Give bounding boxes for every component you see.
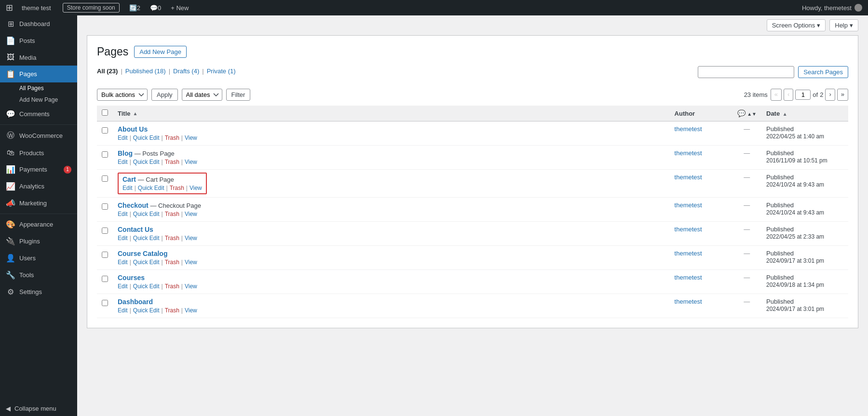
quick-edit-link[interactable]: Quick Edit [133, 307, 160, 314]
comments-header[interactable]: 💬 ▲▼ [732, 106, 761, 121]
quick-edit-link[interactable]: Quick Edit [133, 283, 160, 290]
row-checkbox[interactable] [102, 252, 108, 258]
quick-edit-link[interactable]: Quick Edit [133, 159, 160, 165]
view-link[interactable]: View [185, 235, 197, 242]
quick-edit-link[interactable]: Quick Edit [133, 259, 160, 266]
row-checkbox[interactable] [102, 228, 108, 234]
row-checkbox[interactable] [102, 300, 108, 306]
view-link[interactable]: View [185, 307, 197, 314]
filter-all[interactable]: All (23) [97, 67, 118, 75]
view-link[interactable]: View [185, 211, 197, 217]
page-title-link[interactable]: Blog [118, 149, 133, 157]
view-link[interactable]: View [185, 283, 197, 290]
row-checkbox[interactable] [102, 175, 108, 182]
author-link[interactable]: themetest [675, 201, 702, 209]
author-link[interactable]: themetest [675, 274, 702, 281]
sidebar-item-dashboard[interactable]: ⊞ Dashboard [0, 15, 77, 32]
filter-drafts[interactable]: Drafts (4) [173, 67, 199, 75]
author-link[interactable]: themetest [675, 250, 702, 257]
quick-edit-link[interactable]: Quick Edit [133, 235, 160, 242]
edit-link[interactable]: Edit [118, 283, 128, 290]
wp-logo-icon[interactable]: ⊞ [6, 2, 13, 13]
author-link[interactable]: themetest [675, 174, 702, 181]
prev-page-button[interactable]: ‹ [784, 89, 793, 100]
adminbar-store-badge[interactable]: Store coming soon [56, 0, 124, 15]
row-checkbox[interactable] [102, 151, 108, 158]
edit-link[interactable]: Edit [122, 185, 133, 191]
page-title-link[interactable]: Checkout [118, 201, 149, 209]
trash-link[interactable]: Trash [165, 134, 179, 141]
edit-link[interactable]: Edit [118, 259, 128, 266]
trash-link[interactable]: Trash [165, 283, 179, 290]
page-title-link[interactable]: About Us [118, 125, 148, 133]
adminbar-howdy[interactable]: Howdy, themetest [802, 4, 852, 12]
author-link[interactable]: themetest [675, 149, 702, 157]
title-header[interactable]: Title ▲ [113, 106, 670, 121]
screen-options-button[interactable]: Screen Options ▾ [767, 19, 826, 31]
collapse-menu-button[interactable]: ◀ Collapse menu [0, 401, 77, 416]
adminbar-comments[interactable]: 💬 0 [145, 0, 166, 15]
edit-link[interactable]: Edit [118, 307, 128, 314]
search-input[interactable] [698, 66, 794, 78]
trash-link[interactable]: Trash [165, 307, 179, 314]
page-title-link[interactable]: Dashboard [118, 298, 153, 306]
adminbar-new[interactable]: + New [166, 0, 193, 15]
view-link[interactable]: View [190, 185, 202, 191]
sidebar-item-products[interactable]: 🛍 Products [0, 145, 77, 161]
quick-edit-link[interactable]: Quick Edit [133, 134, 160, 141]
bulk-actions-select[interactable]: Bulk actions [97, 89, 148, 101]
page-title-link[interactable]: Cart [122, 175, 136, 183]
last-page-button[interactable]: » [837, 89, 848, 100]
page-title-link[interactable]: Course Catalog [118, 250, 167, 257]
title-sort-link[interactable]: Title ▲ [118, 110, 137, 117]
apply-button[interactable]: Apply [151, 89, 178, 101]
sidebar-item-settings[interactable]: ⚙ Settings [0, 283, 77, 300]
filter-button[interactable]: Filter [226, 89, 251, 101]
view-link[interactable]: View [185, 159, 197, 165]
author-link[interactable]: themetest [675, 226, 702, 233]
sidebar-item-media[interactable]: 🖼 Media [0, 49, 77, 66]
sidebar-item-users[interactable]: 👤 Users [0, 250, 77, 267]
author-link[interactable]: themetest [675, 125, 702, 133]
sidebar-subitem-add-new-page[interactable]: Add New Page [0, 94, 77, 106]
sidebar-item-woocommerce[interactable]: Ⓦ WooCommerce [0, 127, 77, 145]
row-checkbox[interactable] [102, 276, 108, 282]
quick-edit-link[interactable]: Quick Edit [138, 185, 164, 191]
adminbar-site-name[interactable]: theme test [17, 0, 56, 15]
date-header[interactable]: Date ▲ [761, 106, 848, 121]
page-title-link[interactable]: Contact Us [118, 226, 153, 233]
current-page-input[interactable] [795, 90, 811, 100]
quick-edit-link[interactable]: Quick Edit [133, 211, 160, 217]
trash-link[interactable]: Trash [170, 185, 184, 191]
sidebar-item-plugins[interactable]: 🔌 Plugins [0, 233, 77, 250]
edit-link[interactable]: Edit [118, 134, 128, 141]
search-pages-button[interactable]: Search Pages [798, 66, 848, 78]
edit-link[interactable]: Edit [118, 235, 128, 242]
sidebar-item-tools[interactable]: 🔧 Tools [0, 267, 77, 283]
trash-link[interactable]: Trash [165, 259, 179, 266]
sidebar-item-posts[interactable]: 📄 Posts [0, 32, 77, 49]
next-page-button[interactable]: › [825, 89, 835, 100]
sidebar-item-comments[interactable]: 💬 Comments [0, 106, 77, 122]
sidebar-item-pages[interactable]: 📋 Pages [0, 66, 77, 82]
first-page-button[interactable]: « [771, 89, 782, 100]
help-button[interactable]: Help ▾ [829, 19, 858, 31]
view-link[interactable]: View [185, 259, 197, 266]
trash-link[interactable]: Trash [165, 159, 179, 165]
edit-link[interactable]: Edit [118, 211, 128, 217]
dates-filter-select[interactable]: All dates [182, 89, 222, 101]
sidebar-item-analytics[interactable]: 📈 Analytics [0, 178, 77, 195]
adminbar-updates[interactable]: 🔄 2 [124, 0, 145, 15]
sidebar-item-marketing[interactable]: 📣 Marketing [0, 195, 77, 212]
row-checkbox[interactable] [102, 203, 108, 210]
sidebar-subitem-all-pages[interactable]: All Pages [0, 82, 77, 94]
author-link[interactable]: themetest [675, 298, 702, 305]
select-all-checkbox[interactable] [102, 109, 108, 116]
trash-link[interactable]: Trash [165, 235, 179, 242]
add-new-page-button[interactable]: Add New Page [134, 46, 187, 58]
trash-link[interactable]: Trash [165, 211, 179, 217]
page-title-link[interactable]: Courses [118, 274, 145, 282]
sidebar-item-appearance[interactable]: 🎨 Appearance [0, 216, 77, 233]
sidebar-item-payments[interactable]: 📊 Payments 1 [0, 161, 77, 178]
row-checkbox[interactable] [102, 127, 108, 134]
